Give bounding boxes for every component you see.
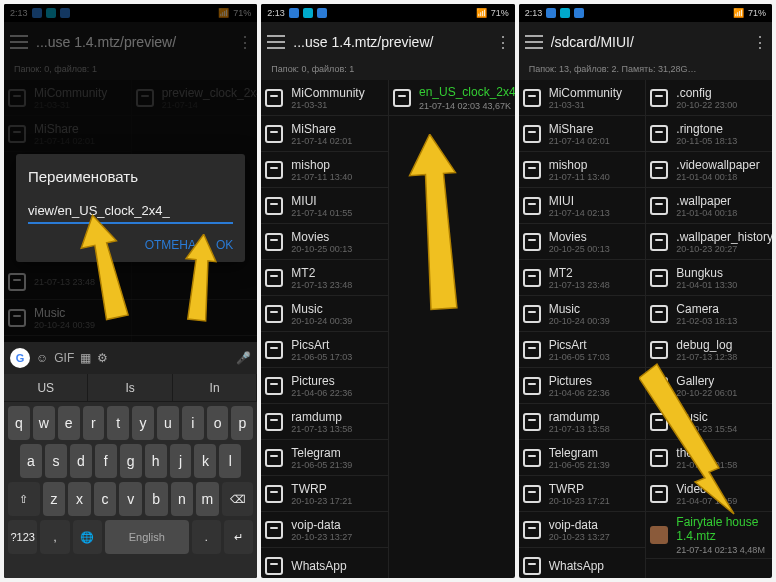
list-item[interactable]: MiCommunity21-03-31	[261, 80, 388, 116]
list-item[interactable]: TWRP20-10-23 17:21	[519, 476, 646, 512]
period-key[interactable]: .	[192, 520, 221, 554]
list-item[interactable]: MiShare21-07-14 02:01	[519, 116, 646, 152]
list-item[interactable]: MIUI21-07-14 02:13	[519, 188, 646, 224]
key-h[interactable]: h	[145, 444, 167, 478]
suggestion[interactable]: In	[173, 374, 257, 401]
list-item[interactable]: .wallpaper_history20-10-23 20:27	[646, 224, 772, 260]
folder-icon	[523, 449, 541, 467]
list-item[interactable]: MiShare21-07-14 02:01	[261, 116, 388, 152]
folder-icon	[650, 197, 668, 215]
key-z[interactable]: z	[43, 482, 66, 516]
hamburger-icon[interactable]	[267, 35, 285, 49]
rename-input[interactable]	[28, 199, 233, 224]
list-item[interactable]: Pictures21-04-06 22:36	[261, 368, 388, 404]
folder-icon	[265, 341, 283, 359]
key-w[interactable]: w	[33, 406, 55, 440]
list-item[interactable]: .ringtone20-11-05 18:13	[646, 116, 772, 152]
list-item[interactable]: TWRP20-10-23 17:21	[261, 476, 388, 512]
list-item[interactable]: PicsArt21-06-05 17:03	[261, 332, 388, 368]
path-title[interactable]: ...use 1.4.mtz/preview/	[293, 34, 486, 50]
gif-button[interactable]: GIF	[54, 351, 74, 365]
list-item[interactable]: MiCommunity21-03-31	[519, 80, 646, 116]
emoji-icon[interactable]: ☺	[36, 351, 48, 365]
list-item[interactable]: voip-data20-10-23 13:27	[519, 512, 646, 548]
folder-icon	[265, 449, 283, 467]
list-item[interactable]: mishop21-07-11 13:40	[261, 152, 388, 188]
list-item[interactable]: Movies20-10-25 00:13	[261, 224, 388, 260]
list-item[interactable]: en_US_clock_2x4_0.png 21-07-14 02:03 43,…	[389, 80, 515, 116]
list-item[interactable]: theme21-07-14 01:58	[646, 440, 772, 476]
folder-icon	[265, 161, 283, 179]
symbols-key[interactable]: ?123	[8, 520, 37, 554]
key-u[interactable]: u	[157, 406, 179, 440]
key-i[interactable]: i	[182, 406, 204, 440]
key-m[interactable]: m	[196, 482, 219, 516]
ok-button[interactable]: OK	[216, 238, 233, 252]
more-icon[interactable]: ⋮	[752, 33, 766, 52]
enter-key[interactable]: ↵	[224, 520, 253, 554]
key-r[interactable]: r	[83, 406, 105, 440]
shift-key[interactable]: ⇧	[8, 482, 40, 516]
suggestion[interactable]: US	[4, 374, 88, 401]
list-item[interactable]: Video21-04-07 18:59	[646, 476, 772, 512]
key-o[interactable]: o	[207, 406, 229, 440]
list-item[interactable]: Bungkus21-04-01 13:30	[646, 260, 772, 296]
list-item[interactable]: MT221-07-13 23:48	[519, 260, 646, 296]
list-item[interactable]: voip-data20-10-23 13:27	[261, 512, 388, 548]
key-c[interactable]: c	[94, 482, 117, 516]
key-d[interactable]: d	[70, 444, 92, 478]
key-b[interactable]: b	[145, 482, 168, 516]
list-item[interactable]: .config20-10-22 23:00	[646, 80, 772, 116]
space-key[interactable]: English	[105, 520, 189, 554]
list-item[interactable]: .videowallpaper21-01-04 00:18	[646, 152, 772, 188]
list-item[interactable]: Telegram21-06-05 21:39	[519, 440, 646, 476]
key-q[interactable]: q	[8, 406, 30, 440]
list-item[interactable]: music20-10-23 15:54	[646, 404, 772, 440]
list-item[interactable]: WhatsApp	[261, 548, 388, 578]
backspace-key[interactable]: ⌫	[222, 482, 254, 516]
list-item[interactable]: Movies20-10-25 00:13	[519, 224, 646, 260]
folder-icon	[650, 341, 668, 359]
list-item[interactable]: .wallpaper21-01-04 00:18	[646, 188, 772, 224]
list-item[interactable]: MT221-07-13 23:48	[261, 260, 388, 296]
list-item[interactable]: mishop21-07-11 13:40	[519, 152, 646, 188]
key-j[interactable]: j	[170, 444, 192, 478]
list-item[interactable]: Music20-10-24 00:39	[519, 296, 646, 332]
key-l[interactable]: l	[219, 444, 241, 478]
list-item[interactable]: Music20-10-24 00:39	[261, 296, 388, 332]
sticker-icon[interactable]: ▦	[80, 351, 91, 365]
list-item[interactable]: Gallery20-10-22 06:01	[646, 368, 772, 404]
mic-icon[interactable]: 🎤	[236, 351, 251, 365]
list-item[interactable]: MIUI21-07-14 01:55	[261, 188, 388, 224]
list-item[interactable]: Pictures21-04-06 22:36	[519, 368, 646, 404]
google-icon[interactable]: G	[10, 348, 30, 368]
key-k[interactable]: k	[194, 444, 216, 478]
key-n[interactable]: n	[171, 482, 194, 516]
key-x[interactable]: x	[68, 482, 91, 516]
list-item[interactable]: WhatsApp	[519, 548, 646, 578]
list-item[interactable]: ramdump21-07-13 13:58	[519, 404, 646, 440]
key-s[interactable]: s	[45, 444, 67, 478]
list-item[interactable]: Fairytale house 1.4.mtz21-07-14 02:13 4,…	[646, 512, 772, 559]
key-f[interactable]: f	[95, 444, 117, 478]
comma-key[interactable]: ,	[40, 520, 69, 554]
suggestion[interactable]: Is	[88, 374, 172, 401]
list-item[interactable]: ramdump21-07-13 13:58	[261, 404, 388, 440]
key-a[interactable]: a	[20, 444, 42, 478]
settings-icon[interactable]: ⚙	[97, 351, 108, 365]
key-y[interactable]: y	[132, 406, 154, 440]
list-item[interactable]: PicsArt21-06-05 17:03	[519, 332, 646, 368]
cancel-button[interactable]: ОТМЕНА	[145, 238, 196, 252]
list-item[interactable]: Telegram21-06-05 21:39	[261, 440, 388, 476]
list-item[interactable]: Camera21-02-03 18:13	[646, 296, 772, 332]
more-icon[interactable]: ⋮	[495, 33, 509, 52]
path-title[interactable]: /sdcard/MIUI/	[551, 34, 744, 50]
list-item[interactable]: debug_log21-07-13 12:38	[646, 332, 772, 368]
key-v[interactable]: v	[119, 482, 142, 516]
key-t[interactable]: t	[107, 406, 129, 440]
lang-key[interactable]: 🌐	[73, 520, 102, 554]
key-p[interactable]: p	[231, 406, 253, 440]
key-g[interactable]: g	[120, 444, 142, 478]
hamburger-icon[interactable]	[525, 35, 543, 49]
key-e[interactable]: e	[58, 406, 80, 440]
